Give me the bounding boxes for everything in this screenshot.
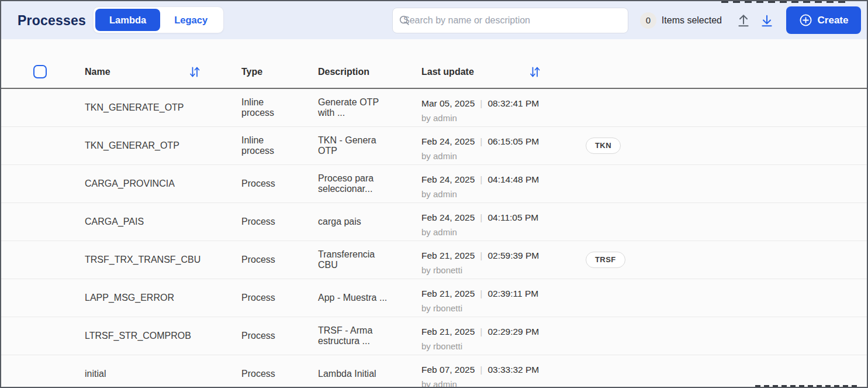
table-row[interactable]: LTRSF_STR_COMPROB Process TRSF - Arma es… bbox=[1, 317, 867, 355]
process-type: Process bbox=[241, 369, 283, 379]
last-update-cell: Mar 05, 2025 | 08:32:41 PM by admin bbox=[421, 89, 586, 126]
updated-by: by admin bbox=[421, 151, 586, 161]
search-container bbox=[392, 8, 628, 33]
items-selected-label: Items selected bbox=[662, 15, 722, 26]
process-description: Transferencia CBU bbox=[318, 249, 389, 271]
update-time: 02:59:39 PM bbox=[487, 250, 539, 261]
column-header-description: Description bbox=[318, 67, 369, 77]
updated-by: by rbonetti bbox=[421, 341, 586, 351]
process-description: Lambda Initial bbox=[318, 369, 389, 379]
column-header-type: Type bbox=[241, 67, 262, 77]
process-type: Process bbox=[241, 331, 283, 341]
process-description: Generate OTP with ... bbox=[318, 97, 389, 119]
last-update-cell: Feb 21, 2025 | 02:59:39 PM by rbonetti bbox=[421, 241, 586, 279]
clipped-overlay-bottom bbox=[755, 385, 857, 387]
process-name: CARGA_PROVINCIA bbox=[85, 178, 241, 189]
upload-icon bbox=[736, 13, 751, 28]
update-date: Feb 21, 2025 bbox=[421, 250, 475, 261]
column-header-name: Name bbox=[85, 67, 110, 77]
process-description: Proceso para seleccionar... bbox=[318, 173, 389, 195]
process-description: TKN - Genera OTP bbox=[318, 135, 389, 157]
update-time: 04:14:48 PM bbox=[487, 174, 539, 185]
update-date: Feb 24, 2025 bbox=[421, 212, 475, 223]
last-update-cell: Feb 24, 2025 | 04:14:48 PM by admin bbox=[421, 165, 586, 202]
last-update-cell: Feb 24, 2025 | 06:15:05 PM by admin bbox=[421, 127, 586, 164]
process-type: Inline process bbox=[241, 135, 283, 157]
updated-by: by rbonetti bbox=[421, 303, 586, 313]
process-type: Process bbox=[241, 178, 283, 189]
update-date: Mar 05, 2025 bbox=[421, 98, 475, 109]
update-time: 08:32:41 PM bbox=[487, 98, 539, 109]
download-button[interactable] bbox=[758, 12, 776, 29]
processes-table: Name Type Description Last update bbox=[1, 56, 867, 388]
date-time-separator: | bbox=[480, 289, 482, 299]
update-time: 06:15:05 PM bbox=[487, 136, 539, 147]
updated-by: by admin bbox=[421, 379, 586, 388]
selected-count-badge: 0 bbox=[640, 12, 656, 29]
update-time: 03:33:32 PM bbox=[487, 365, 539, 375]
last-update-cell: Feb 21, 2025 | 02:29:29 PM by rbonetti bbox=[421, 317, 586, 355]
table-row[interactable]: TRSF_TRX_TRANSF_CBU Process Transferenci… bbox=[1, 241, 867, 279]
toggle-lambda[interactable]: Lambda bbox=[95, 9, 160, 31]
update-date: Feb 21, 2025 bbox=[421, 289, 475, 299]
table-row[interactable]: CARGA_PAIS Process carga pais Feb 24, 20… bbox=[1, 203, 867, 241]
last-update-cell: Feb 24, 2025 | 04:11:05 PM by admin bbox=[421, 203, 586, 241]
badge-cell: TKN bbox=[586, 138, 867, 154]
sort-last-update-icon[interactable] bbox=[528, 65, 542, 79]
process-tag-badge: TKN bbox=[586, 138, 621, 154]
create-button-label: Create bbox=[818, 15, 849, 26]
process-type: Inline process bbox=[241, 97, 283, 119]
update-date: Feb 24, 2025 bbox=[421, 174, 475, 185]
process-description: carga pais bbox=[318, 217, 389, 227]
last-update-cell: Feb 07, 2025 | 03:33:32 PM by admin bbox=[421, 355, 586, 388]
date-time-separator: | bbox=[480, 212, 482, 223]
create-button[interactable]: Create bbox=[786, 6, 861, 34]
upload-button[interactable] bbox=[735, 12, 752, 29]
date-time-separator: | bbox=[480, 98, 482, 109]
process-type: Process bbox=[241, 293, 283, 303]
table-header-row: Name Type Description Last update bbox=[1, 56, 867, 89]
date-time-separator: | bbox=[480, 174, 482, 185]
date-time-separator: | bbox=[480, 250, 482, 261]
date-time-separator: | bbox=[480, 327, 482, 337]
process-name: TKN_GENERAR_OTP bbox=[85, 140, 241, 151]
circle-plus-icon bbox=[799, 13, 812, 27]
process-name: CARGA_PAIS bbox=[85, 217, 241, 227]
clipped-overlay-top bbox=[721, 1, 845, 3]
update-time: 02:39:11 PM bbox=[487, 289, 538, 299]
process-tag-badge: TRSF bbox=[586, 252, 625, 269]
process-name: TRSF_TRX_TRANSF_CBU bbox=[85, 255, 241, 265]
process-description: App - Muestra ... bbox=[318, 293, 389, 303]
process-name: initial bbox=[85, 369, 241, 379]
updated-by: by rbonetti bbox=[421, 265, 586, 275]
table-row[interactable]: CARGA_PROVINCIA Process Proceso para sel… bbox=[1, 165, 867, 203]
process-name: LTRSF_STR_COMPROB bbox=[85, 331, 241, 341]
select-all-checkbox[interactable] bbox=[33, 65, 47, 78]
mode-toggle-group: Lambda Legacy bbox=[93, 6, 224, 33]
table-row[interactable]: initial Process Lambda Initial Feb 07, 2… bbox=[1, 355, 867, 388]
column-header-last-update: Last update bbox=[421, 67, 474, 77]
sort-name-icon[interactable] bbox=[188, 65, 202, 79]
updated-by: by admin bbox=[421, 189, 586, 199]
table-row[interactable]: TKN_GENERAR_OTP Inline process TKN - Gen… bbox=[1, 127, 867, 165]
table-body: TKN_GENERATE_OTP Inline process Generate… bbox=[1, 89, 867, 388]
update-date: Feb 24, 2025 bbox=[421, 136, 475, 147]
process-type: Process bbox=[241, 255, 283, 265]
search-input[interactable] bbox=[392, 8, 628, 33]
update-date: Feb 07, 2025 bbox=[421, 365, 475, 375]
date-time-separator: | bbox=[480, 136, 482, 147]
badge-cell: TRSF bbox=[586, 252, 867, 269]
updated-by: by admin bbox=[421, 227, 586, 237]
download-icon bbox=[759, 13, 774, 28]
process-name: LAPP_MSG_ERROR bbox=[85, 293, 241, 303]
process-name: TKN_GENERATE_OTP bbox=[85, 102, 241, 113]
update-time: 02:29:29 PM bbox=[487, 327, 539, 337]
table-row[interactable]: TKN_GENERATE_OTP Inline process Generate… bbox=[1, 89, 867, 127]
page-title: Processes bbox=[18, 12, 86, 28]
table-row[interactable]: LAPP_MSG_ERROR Process App - Muestra ...… bbox=[1, 279, 867, 317]
update-time: 04:11:05 PM bbox=[487, 212, 538, 223]
last-update-cell: Feb 21, 2025 | 02:39:11 PM by rbonetti bbox=[421, 279, 586, 317]
updated-by: by admin bbox=[421, 113, 586, 123]
process-type: Process bbox=[241, 217, 283, 227]
toggle-legacy[interactable]: Legacy bbox=[160, 9, 222, 31]
